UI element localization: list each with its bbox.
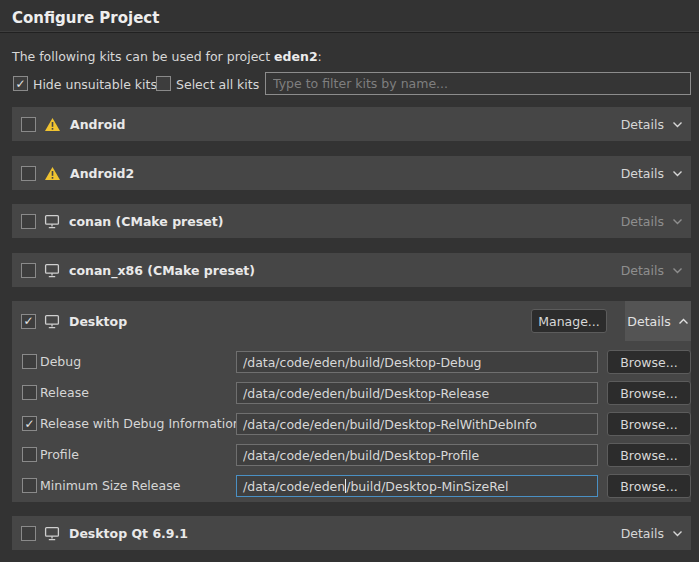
warning-icon [44, 117, 61, 132]
build-config-row-release: Release Browse... [12, 381, 691, 405]
kit-checkbox[interactable] [21, 166, 36, 181]
build-dir-input[interactable] [236, 444, 598, 466]
build-dir-input[interactable] [236, 351, 598, 373]
details-button[interactable]: Details [621, 156, 683, 190]
kit-name: conan (CMake preset) [69, 214, 223, 229]
details-label: Details [621, 214, 664, 229]
build-config-label: Minimum Size Release [40, 474, 180, 498]
chevron-down-icon [672, 530, 683, 537]
project-name: eden2 [274, 49, 318, 64]
build-config-checkbox[interactable] [22, 447, 37, 462]
kit-section-desktop: Details ✓ Desktop Manage... Debug Browse… [12, 301, 691, 502]
page-title: Configure Project [12, 9, 159, 27]
kits-hint-text: The following kits can be used for proje… [12, 49, 322, 64]
select-all-label: Select all kits [176, 77, 259, 92]
build-dir-input[interactable] [236, 413, 598, 435]
check-icon: ✓ [23, 315, 33, 327]
build-dir-input[interactable]: /data/code/eden/build/Desktop-MinSizeRel [236, 475, 598, 497]
kit-name: Android [70, 117, 126, 132]
kit-row-android: Android Details [12, 107, 691, 141]
title-separator [0, 31, 699, 33]
monitor-icon [44, 314, 60, 329]
hide-unsuitable-label: Hide unsuitable kits [33, 77, 157, 92]
build-config-row-profile: Profile Browse... [12, 443, 691, 467]
build-config-checkbox[interactable]: ✓ [22, 416, 37, 431]
browse-button[interactable]: Browse... [607, 350, 691, 374]
details-label: Details [621, 526, 664, 541]
chevron-down-icon [672, 170, 683, 177]
hide-unsuitable-checkbox[interactable]: ✓ [13, 76, 28, 91]
details-label: Details [621, 166, 664, 181]
chevron-down-icon [672, 267, 683, 274]
kit-checkbox[interactable] [21, 117, 36, 132]
kit-name: Desktop Qt 6.9.1 [69, 526, 188, 541]
details-button[interactable]: Details [621, 253, 683, 287]
build-dir-input[interactable] [236, 382, 598, 404]
chevron-down-icon [672, 218, 683, 225]
kit-checkbox[interactable] [21, 214, 36, 229]
monitor-icon [44, 214, 60, 229]
kit-row-desktop-qt: Desktop Qt 6.9.1 Details [12, 516, 691, 550]
warning-icon [44, 166, 61, 181]
browse-button[interactable]: Browse... [607, 381, 691, 405]
chevron-down-icon [672, 121, 683, 128]
kit-name: conan_x86 (CMake preset) [69, 263, 255, 278]
kit-row-conan-x86: conan_x86 (CMake preset) Details [12, 253, 691, 287]
details-button[interactable]: Details [621, 516, 683, 550]
manage-kits-button[interactable]: Manage... [531, 309, 607, 333]
build-config-row-relwithdebinfo: ✓ Release with Debug Information Browse.… [12, 412, 691, 436]
kit-row-conan: conan (CMake preset) Details [12, 204, 691, 238]
kit-checkbox[interactable] [21, 263, 36, 278]
details-button[interactable]: Details [621, 204, 683, 238]
check-icon: ✓ [15, 77, 25, 89]
build-config-row-minsizerel: Minimum Size Release /data/code/eden/bui… [12, 474, 691, 498]
details-button[interactable]: Details [621, 107, 683, 141]
build-config-checkbox[interactable] [22, 354, 37, 369]
kit-name: Desktop [69, 314, 127, 329]
monitor-icon [44, 263, 60, 278]
browse-button[interactable]: Browse... [607, 443, 691, 467]
kit-checkbox[interactable]: ✓ [21, 314, 36, 329]
configure-project-page: Configure Project The following kits can… [0, 0, 699, 562]
kit-name: Android2 [70, 166, 134, 181]
monitor-icon [44, 526, 60, 541]
build-config-label: Release [40, 381, 89, 405]
build-config-label: Debug [40, 350, 81, 374]
kit-row-android2: Android2 Details [12, 156, 691, 190]
build-config-label: Release with Debug Information [40, 412, 241, 436]
select-all-checkbox[interactable] [156, 76, 171, 91]
check-icon: ✓ [24, 417, 34, 429]
browse-button[interactable]: Browse... [607, 412, 691, 436]
build-config-checkbox[interactable] [22, 385, 37, 400]
browse-button[interactable]: Browse... [607, 474, 691, 498]
details-label: Details [621, 263, 664, 278]
build-config-row-debug: Debug Browse... [12, 350, 691, 374]
kit-filter-input[interactable] [265, 72, 691, 95]
build-config-label: Profile [40, 443, 79, 467]
kit-checkbox[interactable] [21, 526, 36, 541]
build-config-checkbox[interactable] [22, 478, 37, 493]
details-label: Details [621, 117, 664, 132]
